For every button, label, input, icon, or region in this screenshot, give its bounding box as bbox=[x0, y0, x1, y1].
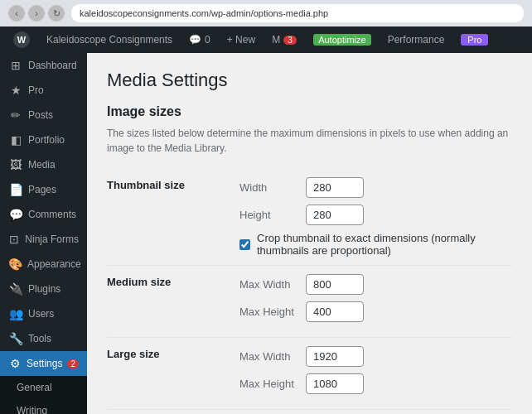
settings-submenu: General Writing Reading Discussion Media… bbox=[0, 376, 87, 414]
forward-button[interactable]: › bbox=[28, 5, 45, 22]
media-icon: 🖼 bbox=[8, 158, 23, 171]
comments-item[interactable]: 💬 0 bbox=[182, 26, 217, 53]
autoptimize-label: Autoptimize bbox=[313, 34, 370, 46]
sidebar-label-pro: Pro bbox=[28, 84, 44, 96]
medium-width-input[interactable] bbox=[306, 274, 364, 295]
thumbnail-crop-row: Crop thumbnail to exact dimensions (norm… bbox=[239, 232, 512, 257]
sidebar-label-plugins: Plugins bbox=[28, 283, 60, 295]
thumbnail-height-label: Height bbox=[239, 209, 297, 221]
thumbnail-width-input[interactable] bbox=[306, 177, 364, 198]
submenu-label-general: General bbox=[17, 382, 52, 393]
browser-nav: ‹ › ↻ bbox=[8, 5, 65, 22]
thumbnail-fields: Width Height Crop thumbnail to exact dim… bbox=[239, 169, 512, 266]
sidebar-item-dashboard[interactable]: ⊞ Dashboard bbox=[0, 53, 87, 78]
medium-height-label: Max Height bbox=[239, 306, 297, 318]
large-height-row: Max Height bbox=[239, 373, 512, 394]
sidebar-item-media[interactable]: 🖼 Media bbox=[0, 152, 87, 177]
image-sizes-title: Image sizes bbox=[107, 104, 512, 119]
sidebar-item-appearance[interactable]: 🎨 Appearance bbox=[0, 252, 87, 277]
large-fields: Max Width Max Height bbox=[239, 338, 512, 410]
thumbnail-row: Thumbnail size Width Height Crop thumbna… bbox=[107, 169, 512, 266]
large-row: Large size Max Width Max Height bbox=[107, 338, 512, 410]
performance-item[interactable]: Performance bbox=[381, 26, 452, 53]
sidebar-item-pro[interactable]: ★ Pro bbox=[0, 78, 87, 103]
pages-icon: 📄 bbox=[8, 183, 23, 196]
medium-height-input[interactable] bbox=[306, 301, 364, 322]
settings-badge: 2 bbox=[67, 359, 79, 368]
wp-logo: W bbox=[13, 31, 30, 48]
medium-fields: Max Width Max Height bbox=[239, 266, 512, 338]
sidebar-label-pages: Pages bbox=[28, 184, 56, 195]
large-height-input[interactable] bbox=[306, 373, 364, 394]
back-button[interactable]: ‹ bbox=[8, 5, 25, 22]
wp-admin-bar: W Kaleidoscope Consignments 💬 0 + New M … bbox=[0, 26, 532, 53]
users-icon: 👥 bbox=[8, 307, 23, 320]
thumbnail-label: Thumbnail size bbox=[107, 169, 239, 266]
thumbnail-width-label: Width bbox=[239, 181, 297, 194]
settings-table: Thumbnail size Width Height Crop thumbna… bbox=[107, 169, 512, 410]
settings-icon: ⚙ bbox=[8, 357, 22, 370]
posts-icon: ✏ bbox=[8, 108, 23, 122]
pro-icon: ★ bbox=[8, 84, 23, 97]
thumbnail-height-row: Height bbox=[239, 205, 512, 225]
site-name: Kaleidoscope Consignments bbox=[46, 34, 172, 46]
submenu-item-writing[interactable]: Writing bbox=[0, 399, 87, 414]
large-width-input[interactable] bbox=[306, 346, 364, 367]
large-width-label: Max Width bbox=[239, 350, 297, 363]
thumbnail-crop-label: Crop thumbnail to exact dimensions (norm… bbox=[257, 232, 512, 257]
dashboard-icon: ⊞ bbox=[8, 59, 23, 72]
new-item[interactable]: + New bbox=[220, 26, 262, 53]
submenu-label-writing: Writing bbox=[17, 405, 47, 414]
performance-label: Performance bbox=[388, 34, 445, 46]
sidebar-label-comments: Comments bbox=[28, 209, 76, 220]
sidebar-item-portfolio[interactable]: ◧ Portfolio bbox=[0, 128, 87, 152]
medium-width-label: Max Width bbox=[239, 278, 297, 291]
comments-sidebar-icon: 💬 bbox=[8, 208, 23, 221]
comments-icon: 💬 bbox=[189, 34, 201, 46]
submenu-item-general[interactable]: General bbox=[0, 376, 87, 399]
sidebar-label-users: Users bbox=[28, 308, 54, 320]
medium-label: Medium size bbox=[107, 266, 239, 338]
sidebar-item-posts[interactable]: ✏ Posts bbox=[0, 103, 87, 128]
medium-width-row: Max Width bbox=[239, 274, 512, 295]
thumbnail-height-input[interactable] bbox=[306, 205, 364, 225]
thumbnail-crop-checkbox[interactable] bbox=[239, 239, 250, 250]
wp-logo-item[interactable]: W bbox=[7, 26, 36, 53]
image-sizes-desc: The sizes listed below determine the max… bbox=[107, 126, 512, 156]
page-title: Media Settings bbox=[107, 70, 512, 91]
media-item[interactable]: M 3 bbox=[265, 26, 303, 53]
browser-bar: ‹ › ↻ kaleidoscopeconsignments.com/wp-ad… bbox=[0, 0, 532, 26]
address-bar[interactable]: kaleidoscopeconsignments.com/wp-admin/op… bbox=[71, 4, 524, 22]
sidebar-label-appearance: Appearance bbox=[27, 258, 81, 270]
media-badge: 3 bbox=[283, 36, 297, 45]
ninja-forms-icon: ⊡ bbox=[8, 233, 20, 246]
new-label: + New bbox=[227, 34, 255, 46]
sidebar-item-ninja-forms[interactable]: ⊡ Ninja Forms bbox=[0, 227, 87, 252]
appearance-icon: 🎨 bbox=[8, 258, 22, 271]
sidebar-item-plugins[interactable]: 🔌 Plugins bbox=[0, 277, 87, 301]
tools-icon: 🔧 bbox=[8, 332, 23, 345]
autoptimize-item[interactable]: Autoptimize bbox=[307, 26, 377, 53]
portfolio-icon: ◧ bbox=[8, 133, 23, 147]
thumbnail-width-row: Width bbox=[239, 177, 512, 198]
content-area: Media Settings Image sizes The sizes lis… bbox=[87, 53, 532, 414]
sidebar-item-settings[interactable]: ⚙ Settings 2 bbox=[0, 351, 87, 376]
medium-height-row: Max Height bbox=[239, 301, 512, 322]
main-layout: ⊞ Dashboard ★ Pro ✏ Posts ◧ Portfolio 🖼 … bbox=[0, 53, 532, 414]
comments-count: 0 bbox=[205, 34, 210, 46]
sidebar-label-portfolio: Portfolio bbox=[28, 134, 65, 146]
sidebar-item-tools[interactable]: 🔧 Tools bbox=[0, 326, 87, 351]
media-label: M bbox=[272, 34, 280, 46]
site-name-item[interactable]: Kaleidoscope Consignments bbox=[40, 26, 179, 53]
sidebar: ⊞ Dashboard ★ Pro ✏ Posts ◧ Portfolio 🖼 … bbox=[0, 53, 87, 414]
pro-item[interactable]: Pro bbox=[454, 26, 495, 53]
large-width-row: Max Width bbox=[239, 346, 512, 367]
sidebar-item-comments[interactable]: 💬 Comments bbox=[0, 202, 87, 227]
sidebar-item-pages[interactable]: 📄 Pages bbox=[0, 177, 87, 202]
medium-row: Medium size Max Width Max Height bbox=[107, 266, 512, 338]
sidebar-label-tools: Tools bbox=[28, 333, 51, 344]
sidebar-item-users[interactable]: 👥 Users bbox=[0, 301, 87, 326]
sidebar-label-dashboard: Dashboard bbox=[28, 60, 77, 71]
refresh-button[interactable]: ↻ bbox=[48, 5, 65, 22]
url-text: kaleidoscopeconsignments.com/wp-admin/op… bbox=[80, 8, 328, 18]
